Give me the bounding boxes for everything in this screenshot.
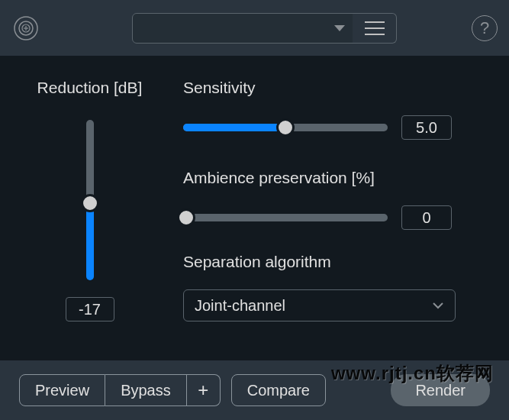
sensitivity-label: Sensitivity xyxy=(183,79,475,97)
render-button[interactable]: Render xyxy=(391,374,490,406)
preview-button[interactable]: Preview xyxy=(19,374,105,406)
add-button[interactable]: + xyxy=(187,374,221,406)
slider-thumb[interactable] xyxy=(177,208,195,227)
bypass-button[interactable]: Bypass xyxy=(105,374,187,406)
ambience-label: Ambience preservation [%] xyxy=(183,169,475,187)
sensitivity-slider[interactable] xyxy=(183,124,388,131)
slider-thumb[interactable] xyxy=(81,194,99,212)
preset-dropdown[interactable] xyxy=(132,13,353,44)
slider-thumb[interactable] xyxy=(276,118,295,137)
sensitivity-value[interactable]: 5.0 xyxy=(401,115,452,140)
reduction-label: Reduction [dB] xyxy=(37,79,143,97)
chevron-down-icon xyxy=(334,25,345,31)
app-logo-icon xyxy=(11,14,40,43)
algorithm-selected: Joint-channel xyxy=(195,297,285,315)
algorithm-label: Separation algorithm xyxy=(183,253,475,271)
reduction-slider[interactable] xyxy=(86,120,94,280)
ambience-value[interactable]: 0 xyxy=(401,205,452,230)
hamburger-icon xyxy=(365,21,385,23)
compare-button[interactable]: Compare xyxy=(231,374,326,406)
ambience-slider[interactable] xyxy=(183,214,388,221)
reduction-value[interactable]: -17 xyxy=(66,297,114,321)
menu-button[interactable] xyxy=(353,13,397,44)
algorithm-select[interactable]: Joint-channel xyxy=(183,289,456,321)
help-button[interactable]: ? xyxy=(472,15,498,41)
chevron-down-icon xyxy=(432,302,444,309)
